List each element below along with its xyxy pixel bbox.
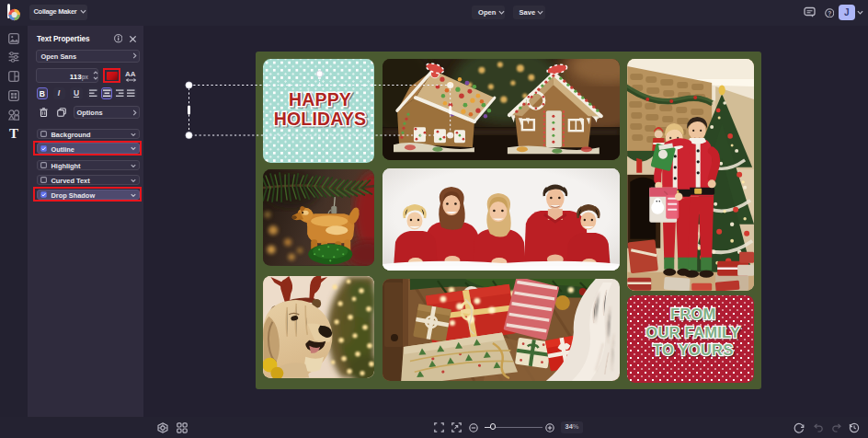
svg-text:OUR FAMILY: OUR FAMILY — [645, 324, 740, 341]
svg-text:HOLIDAYS: HOLIDAYS — [273, 109, 366, 129]
svg-text:HAPPY: HAPPY — [289, 89, 351, 110]
svg-text:FROM: FROM — [670, 305, 716, 323]
svg-text:?: ? — [828, 9, 831, 16]
svg-text:TO YOURS: TO YOURS — [653, 341, 734, 359]
